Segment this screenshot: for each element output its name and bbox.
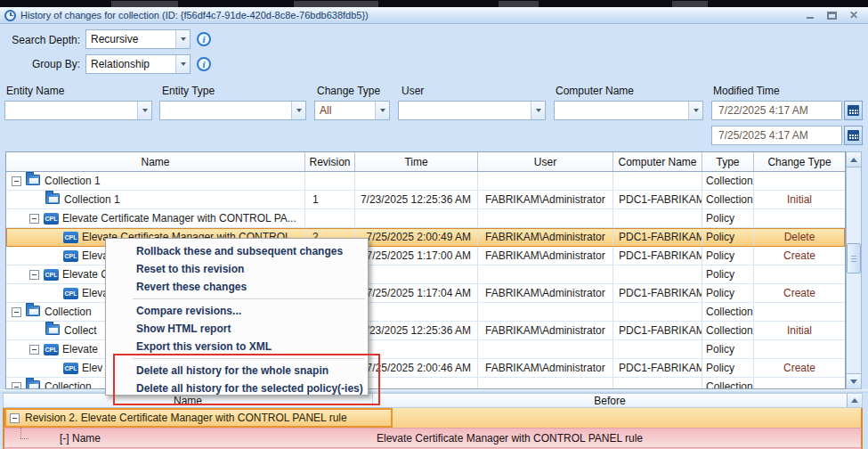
calendar-button[interactable]: [844, 126, 863, 145]
scroll-up-button[interactable]: [847, 152, 861, 167]
table-row[interactable]: Collection 117/23/2025 12:25:36 AMFABRIK…: [6, 191, 845, 209]
cell-type: Policy: [702, 265, 754, 283]
modified-time-to-value: 7/25/2025 4:17 AM: [718, 129, 808, 142]
chevron-down-icon[interactable]: [688, 102, 702, 119]
details-row[interactable]: [-] NameElevate Certificate Manager with…: [3, 428, 863, 447]
chevron-down-icon[interactable]: [175, 55, 190, 73]
entity-name-label: Entity Name: [6, 85, 64, 97]
group-by-info-icon[interactable]: [197, 57, 211, 71]
search-depth-select[interactable]: Recursive: [85, 29, 191, 49]
column-header-change-type[interactable]: Change Type: [754, 152, 845, 171]
table-row[interactable]: Elevate Certificate Manager with CONTROL…: [6, 209, 845, 228]
cell-user: [478, 378, 613, 389]
computer-name-select[interactable]: [554, 101, 703, 120]
chevron-down-icon[interactable]: [137, 102, 151, 119]
chevron-down-icon[interactable]: [175, 30, 190, 48]
table-row[interactable]: Collection 1Collection: [6, 172, 845, 191]
menu-item[interactable]: Rollback these and subsequent changes: [106, 242, 368, 260]
change-type-select[interactable]: All: [314, 101, 390, 120]
cell-name: Collection 1: [6, 191, 305, 208]
cpl-icon: [63, 232, 78, 243]
cell-time: 7/25/2025 1:17:04 AM: [355, 284, 478, 302]
column-header-revision[interactable]: Revision: [305, 152, 355, 171]
row-label: Collection 1: [45, 175, 101, 187]
cell-change-type: [754, 209, 845, 227]
entity-name-select[interactable]: [4, 101, 152, 120]
screen-edge-artifact: [0, 0, 868, 7]
cell-type: Policy: [702, 247, 754, 265]
column-header-name[interactable]: Name: [6, 152, 305, 171]
row-label: Elevate Certificate Manager with CONTROL…: [62, 212, 296, 224]
scroll-up-button[interactable]: [847, 394, 862, 407]
cell-type: Policy: [702, 340, 754, 358]
details-before-value: Elevate Certificate Manager with CONTROL…: [372, 432, 861, 445]
search-depth-info-icon[interactable]: [197, 32, 211, 46]
modified-time-from-field[interactable]: 7/22/2025 4:17 AM: [711, 101, 842, 120]
cell-time: 7/25/2025 2:00:49 AM: [355, 228, 478, 246]
row-label: Elevate: [62, 343, 98, 355]
collapse-expander-icon[interactable]: [12, 307, 21, 317]
collapse-expander-icon[interactable]: [12, 382, 21, 390]
details-column-before[interactable]: Before: [373, 394, 847, 407]
cpl-icon: [44, 344, 59, 355]
menu-item[interactable]: Show HTML report: [106, 320, 368, 338]
column-header-user[interactable]: User: [478, 152, 613, 171]
cell-change-type: [754, 172, 845, 190]
column-header-computer-name[interactable]: Computer Name: [613, 152, 702, 171]
details-body: [-] NameElevate Certificate Manager with…: [3, 428, 863, 447]
folder-icon: [26, 380, 40, 389]
cell-user: FABRIKAM\Administrator: [478, 191, 613, 208]
chevron-down-icon[interactable]: [375, 102, 389, 119]
cell-user: [478, 209, 613, 227]
cell-revision: 1: [305, 191, 355, 208]
change-type-value: All: [315, 102, 375, 119]
tree-line: [20, 428, 21, 438]
annotation-highlight-rectangle: [113, 354, 380, 405]
cell-type: Policy: [702, 359, 754, 377]
cell-time: [355, 209, 478, 227]
collapse-expander-icon[interactable]: [29, 214, 39, 224]
cell-computer: PDC1-FABRIKAM: [613, 247, 702, 265]
cell-change-type: [754, 378, 845, 389]
user-select[interactable]: [398, 101, 546, 120]
cell-type: Policy: [702, 209, 754, 227]
screen-edge-artifact: [672, 1, 708, 7]
scrollbar-thumb[interactable]: [847, 243, 861, 273]
cell-user: [478, 265, 613, 283]
computer-name-label: Computer Name: [556, 85, 634, 97]
menu-item[interactable]: Export this version to XML: [106, 338, 368, 355]
cell-revision: [305, 209, 355, 227]
entity-type-select[interactable]: [159, 101, 306, 120]
cell-computer: PDC1-FABRIKAM: [613, 322, 702, 339]
cpl-icon: [63, 250, 78, 262]
row-label: Collection 1: [64, 193, 120, 206]
menu-item[interactable]: Reset to this revision: [106, 260, 368, 278]
modified-time-to-field[interactable]: 7/25/2025 4:17 AM: [711, 126, 842, 145]
folder-icon: [26, 175, 40, 185]
cell-change-type: Create: [754, 284, 845, 302]
row-label: Collect: [64, 324, 97, 337]
vertical-scrollbar[interactable]: [846, 151, 862, 389]
minimize-button[interactable]: [806, 11, 815, 20]
collapse-expander-icon[interactable]: [29, 345, 39, 355]
collapse-expander-icon[interactable]: [12, 176, 21, 186]
maximize-button[interactable]: [827, 12, 837, 20]
scroll-down-button[interactable]: [847, 373, 861, 388]
details-property-name: [-] Name: [4, 432, 372, 445]
collapse-expander-icon[interactable]: [10, 413, 20, 423]
group-by-select[interactable]: Relationship: [85, 54, 191, 74]
column-header-time[interactable]: Time: [355, 152, 478, 171]
row-label: Elev: [82, 362, 102, 374]
calendar-button[interactable]: [844, 101, 863, 120]
computer-name-value: [555, 102, 688, 119]
cell-time: [355, 172, 478, 190]
revision-group-row[interactable]: Revision 2. Elevate Certificate Manager …: [3, 408, 863, 428]
history-window: History of changes for collection (ID: {…: [0, 0, 868, 449]
column-header-type[interactable]: Type: [702, 152, 754, 171]
close-button[interactable]: [849, 11, 859, 20]
collapse-expander-icon[interactable]: [29, 270, 39, 280]
chevron-down-icon[interactable]: [531, 102, 545, 119]
chevron-down-icon[interactable]: [291, 102, 305, 119]
menu-item[interactable]: Compare revisions...: [106, 302, 368, 320]
menu-item[interactable]: Revert these changes: [106, 278, 368, 296]
